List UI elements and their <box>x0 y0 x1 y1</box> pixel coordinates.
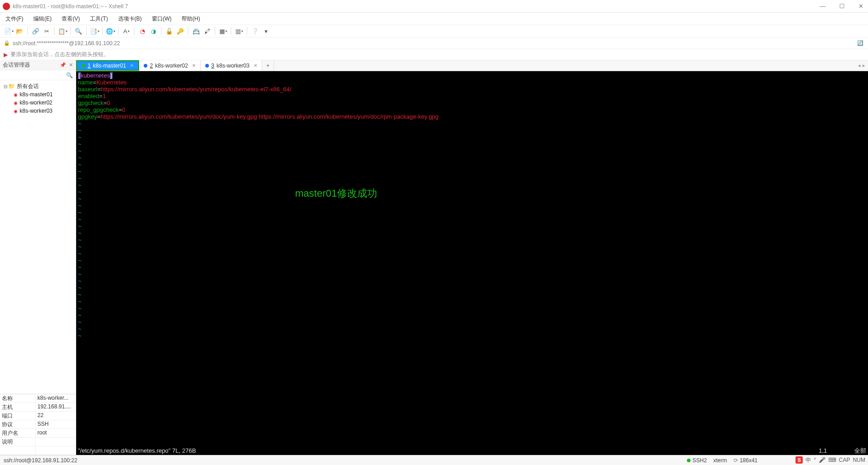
find-button[interactable]: 🔍 <box>73 26 83 36</box>
app-window: k8s-master01 - root@k8s-master01:~ - Xsh… <box>0 0 868 465</box>
window-title: k8s-master01 - root@k8s-master01:~ - Xsh… <box>13 3 128 10</box>
tree-root-label: 所有会话 <box>17 83 39 90</box>
hint-bar: ▶ 要添加当前会话，点击左侧的箭头按钮。 <box>0 49 868 60</box>
menu-window[interactable]: 窗口(W) <box>150 14 173 24</box>
sidebar-search[interactable]: 🔍 <box>0 70 76 80</box>
main-area: 1 k8s-master01 ✕ 2 k8s-worker02 ✕ 3 k8s-… <box>76 60 868 455</box>
minimize-button[interactable]: — <box>818 3 827 10</box>
tile-button[interactable]: ▥ <box>234 26 244 36</box>
num-indicator: NUM <box>853 457 865 463</box>
layout-button[interactable]: ▦ <box>218 26 228 36</box>
reconnect-button[interactable]: 🔗 <box>31 26 41 36</box>
prop-key: 名称 <box>0 394 36 402</box>
tab-close-icon[interactable]: ✕ <box>192 63 196 68</box>
prop-row-desc: 说明 <box>0 438 76 446</box>
maximize-button[interactable]: ☐ <box>837 3 847 10</box>
ime-punct-icon[interactable]: ° <box>814 457 816 463</box>
address-text[interactable]: ssh://root:***************@192.168.91.10… <box>13 40 120 47</box>
tab-nav: ◂ ▸ <box>855 60 868 71</box>
help-button[interactable]: ❔ <box>250 26 260 36</box>
status-term-text: xterm <box>713 457 727 464</box>
font-button[interactable]: A <box>121 26 131 36</box>
status-connection-text: ssh://root@192.168.91.100:22 <box>4 457 78 464</box>
prop-value <box>36 438 76 446</box>
paste-button[interactable]: 📑 <box>89 26 99 36</box>
menu-bar: 文件(F) 编辑(E) 查看(V) 工具(T) 选项卡(B) 窗口(W) 帮助(… <box>0 13 868 25</box>
tree-item-worker03[interactable]: ◉ k8s-worker03 <box>1 107 75 115</box>
tree-root[interactable]: ⊟ 📁 所有会话 <box>1 82 75 90</box>
toolbar-separator <box>188 27 188 35</box>
new-session-button[interactable]: 📄 <box>4 26 14 36</box>
toolbar-separator <box>27 27 28 35</box>
pin-icon[interactable]: 📌 <box>60 62 66 68</box>
toolbar: 📄 📂 🔗 ✂ 📋 🔍 📑 🌐 A ◔ ◑ 🔓 🔑 📇 🖍 ▦ ▥ ❔ ▾ <box>0 25 868 37</box>
tree-twisty-icon[interactable]: ⊟ <box>3 84 8 89</box>
lock-button[interactable]: 🔓 <box>164 26 174 36</box>
status-ssh-text: SSH2 <box>692 457 707 464</box>
status-dot-icon <box>687 459 691 462</box>
sidebar-close-icon[interactable]: ✕ <box>69 62 73 68</box>
lock-icon: 🔒 <box>4 40 10 46</box>
reconnect-icon[interactable]: 🔄 <box>856 39 864 47</box>
status-connection: ssh://root@192.168.91.100:22 <box>4 457 78 464</box>
tree-item-worker02[interactable]: ◉ k8s-worker02 <box>1 99 75 107</box>
tab-close-icon[interactable]: ✕ <box>130 63 134 68</box>
status-term: xterm <box>713 457 727 464</box>
prop-key: 用户名 <box>0 429 36 437</box>
session-icon: ◉ <box>14 109 18 114</box>
flag-icon: ▶ <box>4 52 8 58</box>
property-grid: 名称 k8s-worker... 主机 192.168.91.... 端口 22… <box>0 394 76 455</box>
script-button[interactable]: 📇 <box>191 26 201 36</box>
terminal-line: [kubernetes] <box>78 72 866 79</box>
toolbar-separator <box>70 27 71 35</box>
tab-close-icon[interactable]: ✕ <box>254 63 257 68</box>
ime-mic-icon[interactable]: 🎤 <box>819 457 826 463</box>
prop-key: 协议 <box>0 420 36 428</box>
prop-value <box>36 446 76 455</box>
xftp-button[interactable]: ◑ <box>148 26 158 36</box>
tab-add-button[interactable]: + <box>262 60 274 71</box>
vim-tildes: ~~~~~~~~~~~~~~~~~~~~~~~~~~~~~~~~ <box>78 120 866 339</box>
menu-edit[interactable]: 编辑(E) <box>31 14 53 24</box>
xagent-button[interactable]: ◔ <box>137 26 147 36</box>
tab-bar: 1 k8s-master01 ✕ 2 k8s-worker02 ✕ 3 k8s-… <box>76 60 868 71</box>
menu-help[interactable]: 帮助(H) <box>180 14 202 24</box>
ime-keyboard-icon[interactable]: ⌨ <box>828 457 836 463</box>
ime-sogou-icon[interactable]: S <box>795 456 803 464</box>
status-dot-icon <box>82 64 85 68</box>
tab-k8s-master01[interactable]: 1 k8s-master01 ✕ <box>76 60 139 71</box>
tab-prev-icon[interactable]: ◂ <box>858 63 861 68</box>
copy-button[interactable]: 📋 <box>57 26 68 36</box>
system-tray: S 中 ° 🎤 ⌨ CAP NUM <box>795 455 865 465</box>
menu-view[interactable]: 查看(V) <box>60 14 82 24</box>
menu-tabs[interactable]: 选项卡(B) <box>116 14 144 24</box>
tab-k8s-worker03[interactable]: 3 k8s-worker03 ✕ <box>201 60 262 71</box>
disconnect-button[interactable]: ✂ <box>42 26 52 36</box>
tree-item-label: k8s-worker02 <box>20 99 52 106</box>
status-bar: ssh://root@192.168.91.100:22 SSH2 xterm … <box>0 455 868 465</box>
prop-row-port: 端口 22 <box>0 412 76 420</box>
tree-item-label: k8s-worker03 <box>20 108 52 114</box>
status-dot-icon <box>144 64 147 68</box>
close-button[interactable]: ✕ <box>857 3 865 10</box>
terminal-line: repo_gpgcheck=0 <box>78 106 866 113</box>
tab-label: k8s-worker03 <box>217 63 249 69</box>
terminal[interactable]: [kubernetes] name=Kubernetes baseurl=htt… <box>76 71 868 455</box>
status-ssh: SSH2 <box>687 457 707 464</box>
menu-tools[interactable]: 工具(T) <box>88 14 109 24</box>
ime-zhong-icon[interactable]: 中 <box>806 456 811 464</box>
prop-key: 主机 <box>0 403 36 411</box>
status-size: ⟳186x41 <box>733 457 758 464</box>
tab-next-icon[interactable]: ▸ <box>863 63 865 68</box>
open-button[interactable]: 📂 <box>15 26 25 36</box>
tab-k8s-worker02[interactable]: 2 k8s-worker02 ✕ <box>139 60 201 71</box>
about-button[interactable]: ▾ <box>261 26 271 36</box>
highlight-button[interactable]: 🖍 <box>202 26 212 36</box>
tab-label: k8s-worker02 <box>155 63 188 69</box>
caps-indicator: CAP <box>839 457 850 463</box>
color-scheme-button[interactable]: 🌐 <box>105 26 115 36</box>
tree-item-master01[interactable]: ◉ k8s-master01 <box>1 90 75 99</box>
key-button[interactable]: 🔑 <box>175 26 185 36</box>
session-icon: ◉ <box>14 92 18 97</box>
menu-file[interactable]: 文件(F) <box>4 14 25 24</box>
